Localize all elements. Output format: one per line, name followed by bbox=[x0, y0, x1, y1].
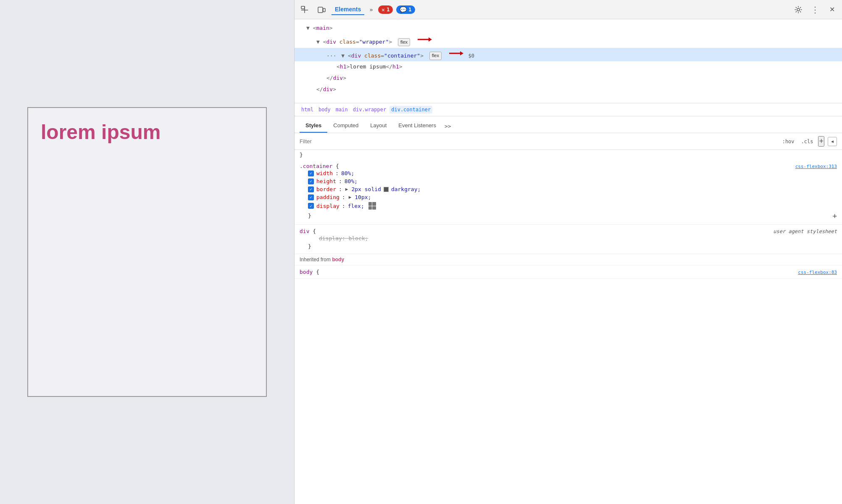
device-toggle-button[interactable] bbox=[315, 3, 328, 16]
svg-marker-9 bbox=[460, 51, 463, 55]
display-checkbox[interactable] bbox=[308, 203, 314, 209]
container-arrow bbox=[448, 49, 463, 60]
inspect-element-button[interactable] bbox=[298, 3, 311, 16]
tree-div-close2[interactable]: </div> bbox=[295, 84, 842, 95]
demo-container: lorem ipsum bbox=[27, 107, 267, 397]
error-badge[interactable]: ✕ 1 bbox=[378, 5, 393, 14]
filter-bar: :hov .cls + ◀ bbox=[295, 133, 842, 150]
border-arrow[interactable]: ▶ bbox=[345, 186, 348, 192]
container-flex-badge: flex bbox=[429, 52, 442, 60]
cls-button[interactable]: .cls bbox=[800, 138, 815, 145]
prop-padding: padding: ▶ 10px; bbox=[300, 193, 837, 201]
container-rule: .container { css-flexbox:313 width: 80%;… bbox=[295, 160, 842, 225]
svg-marker-7 bbox=[429, 37, 432, 42]
ua-stylesheet-label: user agent stylesheet bbox=[773, 228, 837, 234]
container-selector: .container { css-flexbox:313 bbox=[300, 163, 837, 169]
breadcrumb-main[interactable]: main bbox=[334, 106, 350, 113]
more-subtabs-button[interactable]: >> bbox=[442, 120, 454, 133]
prop-width: width: 80%; bbox=[300, 169, 837, 177]
toggle-sidebar-button[interactable]: ◀ bbox=[828, 137, 837, 146]
svg-point-5 bbox=[797, 8, 800, 11]
more-tabs-button[interactable]: » bbox=[368, 5, 374, 15]
add-property-button[interactable]: + bbox=[832, 211, 837, 220]
add-rule-button[interactable]: + bbox=[818, 136, 824, 147]
tree-wrapper-tag[interactable]: ▼ <div class="wrapper"> flex bbox=[295, 34, 842, 48]
tab-layout[interactable]: Layout bbox=[364, 119, 392, 133]
div-ua-close: } bbox=[300, 242, 837, 250]
breadcrumb-html[interactable]: html bbox=[300, 106, 315, 113]
wrapper-arrow bbox=[417, 35, 432, 47]
prop-height: height: 80%; bbox=[300, 177, 837, 185]
breadcrumb-body[interactable]: body bbox=[317, 106, 332, 113]
container-source[interactable]: css-flexbox:313 bbox=[795, 164, 837, 169]
svg-rect-3 bbox=[318, 7, 323, 13]
prop-border: border: ▶ 2px solid darkgray; bbox=[300, 185, 837, 193]
div-selector: div { user agent stylesheet bbox=[300, 228, 837, 234]
styles-subtabs: Styles Computed Layout Event Listeners >… bbox=[295, 116, 842, 133]
tree-div-close1[interactable]: </div> bbox=[295, 73, 842, 84]
more-options-button[interactable]: ⋮ bbox=[808, 3, 822, 16]
body-selector: body { css-flexbox:83 bbox=[300, 269, 837, 275]
html-tree: ▼ <main> ▼ <div class="wrapper"> flex ··… bbox=[295, 19, 842, 103]
prop-display: display: flex; bbox=[300, 201, 837, 210]
browser-viewport: lorem ipsum bbox=[0, 0, 294, 504]
breadcrumb: html body main div.wrapper div.container bbox=[295, 103, 842, 116]
flexbox-editor-icon[interactable] bbox=[368, 202, 376, 210]
svg-rect-4 bbox=[323, 8, 325, 12]
partial-rule: } bbox=[295, 150, 842, 160]
inherited-from-section: Inherited from body bbox=[295, 254, 842, 265]
prop-display-ua: display: block; bbox=[300, 234, 837, 242]
inherited-body-link[interactable]: body bbox=[332, 257, 344, 262]
width-checkbox[interactable] bbox=[308, 171, 314, 176]
breadcrumb-wrapper[interactable]: div.wrapper bbox=[351, 106, 388, 113]
tree-h1-tag[interactable]: <h1>lorem ipsum</h1> bbox=[295, 61, 842, 73]
border-checkbox[interactable] bbox=[308, 186, 314, 192]
tab-computed[interactable]: Computed bbox=[327, 119, 364, 133]
body-source[interactable]: css-flexbox:83 bbox=[798, 270, 837, 275]
settings-button[interactable] bbox=[792, 3, 805, 16]
elements-tab[interactable]: Elements bbox=[332, 4, 364, 15]
breadcrumb-container[interactable]: div.container bbox=[389, 106, 432, 113]
dollar-zero: $0 bbox=[468, 53, 474, 59]
darkgray-swatch[interactable] bbox=[384, 187, 389, 192]
wrapper-flex-badge: flex bbox=[398, 38, 410, 47]
console-badge[interactable]: 💬 1 bbox=[396, 5, 415, 14]
tab-event-listeners[interactable]: Event Listeners bbox=[392, 119, 442, 133]
styles-panel: } .container { css-flexbox:313 width: 80… bbox=[295, 150, 842, 504]
filter-input[interactable] bbox=[300, 138, 777, 144]
hov-button[interactable]: :hov bbox=[781, 138, 796, 145]
padding-arrow[interactable]: ▶ bbox=[349, 194, 352, 200]
tab-styles[interactable]: Styles bbox=[300, 119, 327, 133]
padding-checkbox[interactable] bbox=[308, 194, 314, 200]
lorem-heading: lorem ipsum bbox=[32, 112, 169, 392]
svg-rect-0 bbox=[301, 6, 305, 9]
devtools-toolbar: Elements » ✕ 1 💬 1 ⋮ ✕ bbox=[295, 0, 842, 19]
container-rule-footer: } + bbox=[300, 210, 837, 221]
div-ua-rule: div { user agent stylesheet display: blo… bbox=[295, 225, 842, 254]
tree-main-tag[interactable]: ▼ <main> bbox=[295, 23, 842, 34]
height-checkbox[interactable] bbox=[308, 178, 314, 184]
devtools-panel: Elements » ✕ 1 💬 1 ⋮ ✕ ▼ <main> ▼ bbox=[294, 0, 842, 504]
close-devtools-button[interactable]: ✕ bbox=[825, 3, 839, 16]
tree-container-tag[interactable]: ··· ▼ <div class="container"> flex $0 bbox=[295, 48, 842, 62]
body-rule: body { css-flexbox:83 bbox=[295, 265, 842, 279]
